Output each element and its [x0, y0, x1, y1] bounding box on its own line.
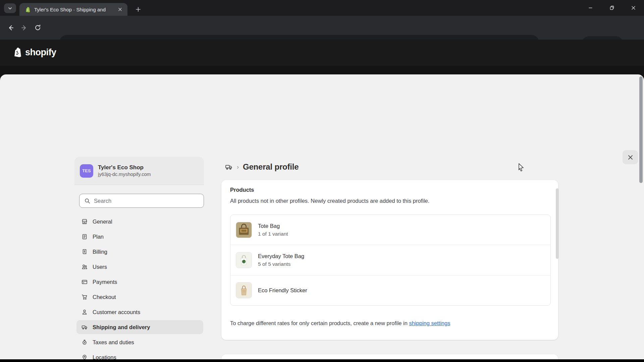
users-icon	[81, 263, 88, 270]
checkout-icon	[81, 294, 88, 300]
sidebar-item-users[interactable]: Users	[76, 260, 203, 274]
shopify-favicon-icon	[25, 6, 31, 12]
product-thumbnail	[236, 282, 252, 298]
settings-sidebar: TES Tyler's Eco Shop jy63jq-dc.myshopify…	[74, 157, 204, 362]
products-description: All products not in other profiles. Newl…	[230, 198, 549, 204]
payments-icon	[81, 279, 88, 285]
products-heading: Products	[230, 187, 549, 193]
product-row-everyday-tote-bag[interactable]: Everyday Tote Bag5 of 5 variants	[230, 245, 550, 275]
person-icon	[81, 309, 88, 315]
window-close-button[interactable]	[623, 0, 644, 16]
breadcrumb: › General profile	[225, 162, 299, 172]
shopify-wordmark: shopify	[25, 47, 56, 58]
new-tab-button[interactable]	[133, 4, 144, 15]
sidebar-item-label: Users	[93, 264, 107, 270]
sidebar-store-header[interactable]: TES Tyler's Eco Shop jy63jq-dc.myshopify…	[74, 157, 204, 185]
browser-tab[interactable]: Tyler's Eco Shop · Shipping and	[19, 3, 127, 16]
back-arrow-icon	[7, 24, 14, 32]
products-footer-text: To charge different rates for only certa…	[230, 320, 409, 326]
sidebar-store-domain: jy63jq-dc.myshopify.com	[98, 171, 151, 178]
tab-search-button[interactable]	[4, 3, 16, 13]
close-icon	[118, 7, 122, 11]
shopify-logo[interactable]: shopify	[13, 47, 56, 58]
plan-icon	[81, 233, 88, 240]
sidebar-item-label: Taxes and duties	[93, 339, 134, 346]
back-button[interactable]	[4, 21, 17, 35]
store-avatar: TES	[80, 164, 93, 178]
modal-close-button[interactable]	[623, 150, 638, 164]
product-variants: 1 of 1 variant	[258, 231, 288, 237]
bottom-edge	[0, 359, 644, 362]
settings-modal: TES Tyler's Eco Shop jy63jq-dc.myshopify…	[0, 74, 644, 362]
sidebar-nav: GeneralPlanBillingUsersPaymentsCheckoutC…	[76, 215, 203, 362]
sidebar-item-payments[interactable]: Payments	[76, 275, 203, 289]
window-controls	[580, 0, 644, 16]
content-scrollbar[interactable]	[556, 188, 559, 259]
close-icon	[628, 155, 633, 160]
search-icon	[84, 198, 91, 204]
sidebar-item-label: Customer accounts	[93, 309, 140, 315]
window-restore-button[interactable]	[601, 0, 623, 16]
product-variants: 5 of 5 variants	[258, 261, 304, 267]
products-footer: To charge different rates for only certa…	[230, 320, 450, 326]
settings-search-input[interactable]: Search	[79, 194, 204, 208]
page-title: General profile	[243, 162, 299, 172]
products-card: Products All products not in other profi…	[221, 180, 558, 340]
reload-icon	[34, 24, 41, 31]
billing-icon	[81, 248, 88, 255]
browser-toolbar: admin.shopify.com/store/jy63jq-dc/settin…	[0, 16, 644, 40]
product-row-tote-bag[interactable]: Tote Bag1 of 1 variant	[230, 215, 550, 245]
sidebar-item-label: Shipping and delivery	[93, 324, 150, 330]
chevron-down-icon	[8, 6, 12, 11]
truck-icon	[81, 324, 88, 330]
taxbag-icon	[81, 339, 88, 346]
forward-button[interactable]	[17, 21, 31, 35]
reload-button[interactable]	[31, 21, 44, 35]
sidebar-item-checkout[interactable]: Checkout	[76, 290, 203, 304]
sidebar-item-plan[interactable]: Plan	[76, 230, 203, 244]
browser-scrollbar[interactable]	[639, 76, 643, 183]
sidebar-item-label: Checkout	[93, 294, 116, 300]
settings-search-placeholder: Search	[94, 198, 111, 204]
sidebar-item-billing[interactable]: Billing	[76, 245, 203, 259]
mouse-cursor	[518, 163, 525, 173]
product-name: Eco Friendly Sticker	[258, 287, 307, 294]
sidebar-item-general[interactable]: General	[76, 215, 203, 229]
shopify-bag-icon	[13, 47, 23, 58]
shipping-settings-link[interactable]: shipping settings	[409, 320, 450, 326]
product-thumbnail	[236, 252, 252, 268]
product-name: Tote Bag	[258, 223, 288, 229]
sidebar-item-taxes-and-duties[interactable]: Taxes and duties	[76, 335, 203, 349]
sidebar-item-customer-accounts[interactable]: Customer accounts	[76, 305, 203, 319]
sidebar-item-shipping-and-delivery[interactable]: Shipping and delivery	[76, 320, 203, 334]
product-thumbnail	[236, 222, 252, 238]
sidebar-store-name: Tyler's Eco Shop	[98, 164, 151, 171]
shipping-truck-icon[interactable]	[225, 163, 233, 171]
tab-close-button[interactable]	[117, 6, 123, 13]
product-row-eco-friendly-sticker[interactable]: Eco Friendly Sticker	[230, 275, 550, 305]
store-icon	[81, 218, 88, 225]
screen: Tyler's Eco Shop · Shipping and admin.sh…	[0, 0, 644, 362]
products-list: Tote Bag1 of 1 variantEveryday Tote Bag5…	[230, 215, 551, 306]
sidebar-item-label: Payments	[93, 279, 117, 285]
tab-title: Tyler's Eco Shop · Shipping and	[34, 7, 117, 12]
product-name: Everyday Tote Bag	[258, 253, 304, 259]
sidebar-item-label: General	[93, 219, 112, 225]
window-minimize-button[interactable]	[580, 0, 601, 16]
plus-icon	[136, 7, 141, 12]
forward-arrow-icon	[20, 24, 28, 32]
browser-tabstrip: Tyler's Eco Shop · Shipping and	[0, 0, 644, 16]
sidebar-item-label: Billing	[93, 249, 107, 255]
shopify-topbar: shopify Search CTRL K TES Tyler's Eco Sh…	[0, 40, 644, 66]
sidebar-item-label: Plan	[93, 234, 104, 240]
breadcrumb-separator: ›	[237, 164, 239, 171]
